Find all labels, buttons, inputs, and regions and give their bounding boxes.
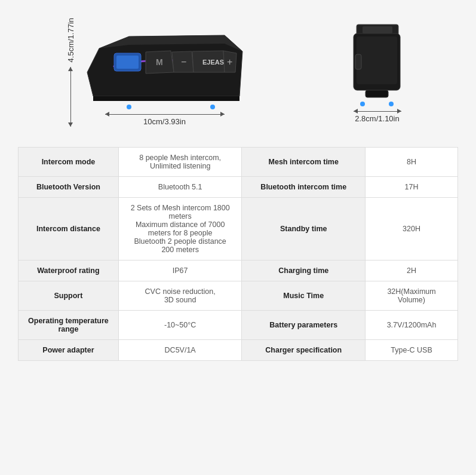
- left-label-cell: Bluetooth Version: [19, 177, 119, 198]
- svg-rect-12: [355, 54, 361, 69]
- right-value-cell: 8H: [366, 148, 458, 177]
- svg-rect-11: [357, 36, 397, 84]
- svg-rect-9: [363, 26, 392, 33]
- left-label-cell: Waterproof rating: [19, 261, 119, 281]
- table-row: Bluetooth Version Bluetooth 5.1 Bluetoot…: [19, 177, 458, 198]
- left-value-cell: DC5V/1A: [118, 340, 242, 361]
- svg-text:M: M: [156, 57, 163, 67]
- height-arrow: [70, 67, 71, 127]
- table-row: Power adapter DC5V/1A Charger specificat…: [19, 340, 458, 361]
- left-value-cell: 2 Sets of Mesh intercom 1800 metersMaxim…: [118, 198, 242, 261]
- specs-table: Intercom mode 8 people Mesh intercom,Unl…: [18, 147, 458, 361]
- width-label: 10cm/3.93in: [143, 117, 186, 126]
- svg-rect-13: [366, 90, 388, 97]
- side-device-container: 2.8cm/1.10in: [345, 22, 410, 123]
- svg-rect-1: [116, 56, 139, 69]
- right-label-cell: Standby time: [242, 198, 366, 261]
- left-value-cell: CVC noise reduction,3D sound: [118, 281, 242, 311]
- right-value-cell: 17H: [366, 177, 458, 198]
- left-value-cell: Bluetooth 5.1: [118, 177, 242, 198]
- left-label-cell: Support: [19, 281, 119, 311]
- svg-text:−: −: [181, 57, 186, 67]
- images-section: 4.5cm/1.77in: [18, 12, 458, 133]
- svg-text:+: +: [227, 57, 232, 67]
- right-label-cell: Charging time: [242, 261, 366, 281]
- right-label-cell: Battery parameters: [242, 311, 366, 340]
- right-value-cell: 3.7V/1200mAh: [366, 311, 458, 340]
- left-value-cell: IP67: [118, 261, 242, 281]
- svg-text:EJEAS: EJEAS: [202, 59, 224, 66]
- right-label-cell: Charger specification: [242, 340, 366, 361]
- table-row: Support CVC noise reduction,3D sound Mus…: [19, 281, 458, 311]
- svg-point-7: [210, 105, 215, 109]
- right-label-cell: Bluetooth intercom time: [242, 177, 366, 198]
- left-label-cell: Operating temperature range: [19, 311, 119, 340]
- left-label-cell: Power adapter: [19, 340, 119, 361]
- right-value-cell: 320H: [366, 198, 458, 261]
- right-value-cell: 2H: [366, 261, 458, 281]
- page-wrapper: 4.5cm/1.77in: [0, 0, 476, 373]
- svg-point-15: [389, 102, 394, 106]
- left-label-cell: Intercom distance: [19, 198, 119, 261]
- right-value-cell: 32H(Maximum Volume): [366, 281, 458, 311]
- side-width-arrow: [354, 111, 401, 112]
- right-value-cell: Type-C USB: [366, 340, 458, 361]
- table-row: Waterproof rating IP67 Charging time 2H: [19, 261, 458, 281]
- height-label: 4.5cm/1.77in: [66, 18, 75, 62]
- table-row: Intercom distance 2 Sets of Mesh interco…: [19, 198, 458, 261]
- side-device-svg: [345, 22, 410, 111]
- svg-point-14: [360, 102, 365, 106]
- right-label-cell: Music Time: [242, 281, 366, 311]
- svg-point-6: [127, 105, 131, 109]
- table-row: Intercom mode 8 people Mesh intercom,Unl…: [19, 148, 458, 177]
- table-row: Operating temperature range -10~50°C Bat…: [19, 311, 458, 340]
- main-device-container: 4.5cm/1.77in: [66, 18, 248, 127]
- width-arrow: [105, 114, 225, 115]
- side-width-label: 2.8cm/1.10in: [355, 114, 399, 123]
- left-value-cell: -10~50°C: [118, 311, 242, 340]
- right-label-cell: Mesh intercom time: [242, 148, 366, 177]
- main-device-svg: M − EJEAS +: [81, 19, 248, 114]
- left-label-cell: Intercom mode: [19, 148, 119, 177]
- left-value-cell: 8 people Mesh intercom,Unlimited listeni…: [118, 148, 242, 177]
